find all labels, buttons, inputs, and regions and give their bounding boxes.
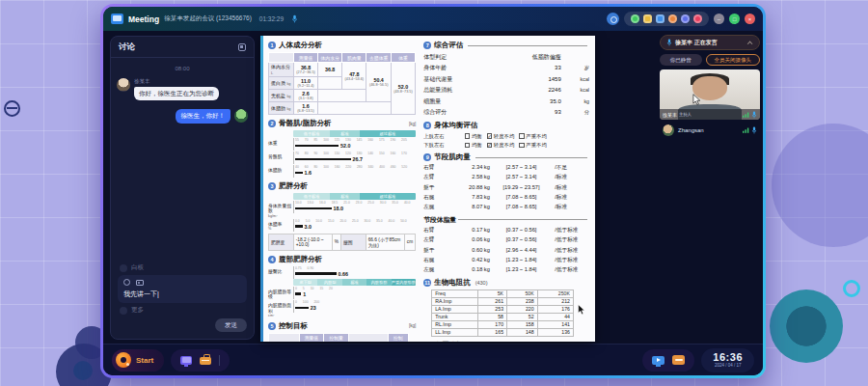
chat-input[interactable]: 我先讲一下: [118, 275, 247, 303]
chat-time-divider: 08:00: [117, 66, 248, 71]
start-button[interactable]: Start: [112, 349, 164, 372]
impedance-row: RL.Imp170158141: [432, 320, 574, 328]
avatar: [663, 124, 674, 136]
connection-status-icon[interactable]: [631, 14, 639, 23]
camera-off-button[interactable]: 全员关闭摄像头: [706, 54, 760, 66]
segment-row: 躯干 0.60 kg [2.96 ~ 4.44] /低于标准: [423, 247, 589, 255]
section-abdominal: 4腹部肥胖分析 腰臀比 0.75 0.90 0.66 皮下型内脏型标准内脏脂肪严…: [268, 255, 416, 317]
mouse-cursor-icon: [692, 93, 701, 110]
video-tile[interactable]: 徐某丰 主持人: [660, 69, 760, 120]
mic-icon[interactable]: [751, 111, 757, 119]
impedance-row: RA.Imp261238212: [432, 297, 574, 305]
image-icon[interactable]: [136, 280, 144, 286]
avatar: [234, 109, 248, 123]
briefcase-app-icon[interactable]: [200, 357, 211, 366]
close-button[interactable]: ×: [745, 14, 755, 24]
chat-popout-icon[interactable]: [238, 43, 246, 51]
section-evaluation: 7综合评估 体型判定 低脂肪偏瘦 身体年: [423, 41, 589, 117]
evaluation-row: 总能量消耗 2246 kcal: [423, 86, 589, 95]
bar-row: 身体质量指数kg/m² 10.0 13.0 16.0 18.5 21.0 23.…: [268, 201, 416, 218]
evaluation-row: 体型判定 低脂肪偏瘦: [423, 53, 589, 62]
toolbar-icon-group: [624, 12, 709, 26]
section-number: 2: [268, 120, 276, 127]
chat-message: 徐某丰 你好，徐医生正在为您诊断: [117, 78, 248, 100]
checkbox: [519, 133, 525, 139]
participants-icon[interactable]: [668, 14, 677, 23]
segment-row: 右腿 0.42 kg [1.23 ~ 1.84] /低于标准: [423, 257, 589, 264]
impedance-row: Trunk585244: [432, 313, 574, 320]
member-icon[interactable]: [681, 14, 690, 23]
sender-name: 徐某丰: [134, 78, 219, 85]
mute-button[interactable]: 你已静音: [660, 54, 702, 66]
record-icon[interactable]: [693, 14, 702, 23]
menu-item-whiteboard[interactable]: 白板: [120, 263, 247, 272]
checkbox: [519, 143, 525, 149]
active-speaker-pill[interactable]: 徐某丰 正在发言: [660, 35, 760, 50]
shared-document: 1人体成分分析 测量值体内水分 肌肉量去脂体重 体重 体内水分 L 36.8(2…: [260, 36, 595, 342]
section-number: 4: [268, 256, 276, 263]
balance-row: 上肢左右 均衡 ✓轻度不均 严重不均: [423, 133, 589, 140]
maximize-button[interactable]: □: [729, 14, 740, 24]
impedance-row: LL.Imp165148136: [432, 328, 574, 336]
chat-panel: 讨论 08:00 徐某丰 你好，徐医生正在为您诊断 徐医生，你好！: [110, 36, 255, 340]
participant-row[interactable]: Zhangsan: [660, 124, 760, 137]
section-number: 9: [423, 153, 431, 161]
taskbar-tray: [642, 349, 694, 372]
segment-row: 右臂 2.34 kg [2.57 ~ 3.14] /不足: [423, 164, 589, 172]
taskbar: Start 16:36 2024 / 04 / 17: [103, 344, 763, 375]
mic-icon[interactable]: [291, 14, 298, 23]
bar-row: 体脂率% 0.0 5.0 10.0 15.0 20.0 25.0 30.0 35…: [268, 219, 416, 232]
segment-row: 躯干 20.88 kg [19.29 ~ 23.57] /标准: [423, 184, 589, 192]
chat-message: 徐医生，你好！: [117, 109, 248, 123]
avatar: [117, 78, 130, 92]
menu-item-more[interactable]: 更多: [120, 306, 247, 315]
taskbar-apps: [171, 349, 230, 372]
evaluation-row: 综合评分 93 分: [423, 108, 589, 117]
section-number: 7: [423, 41, 431, 49]
share-screen-icon[interactable]: [643, 14, 652, 23]
monitor-icon[interactable]: [656, 14, 665, 23]
evaluation-row: 细胞量 35.0 kg: [423, 97, 589, 106]
more-icon: [120, 307, 127, 315]
checkbox-checked: ✓: [487, 143, 493, 149]
minimize-button[interactable]: –: [714, 14, 724, 24]
globe-icon: [4, 100, 20, 117]
mic-icon: [666, 39, 672, 46]
section-blood-pressure: 12血压分析 收缩压 左臂 118 mmHg / 右臂 120 mmHg舒张压 …: [423, 341, 589, 342]
chat-title: 讨论: [119, 41, 135, 53]
segment-row: 左腿 0.18 kg [1.23 ~ 1.84] /低于标准: [423, 266, 589, 274]
meeting-app-taskbar-icon[interactable]: [180, 356, 192, 365]
inbox-icon[interactable]: [672, 355, 685, 365]
deco-gear-teal: [770, 290, 843, 363]
start-logo-icon: [116, 352, 131, 368]
settings-icon[interactable]: [607, 13, 619, 25]
app-title: Meeting: [128, 14, 159, 24]
emoji-icon[interactable]: [123, 279, 130, 286]
meeting-name: 徐某丰发起的会议 (123456676): [164, 14, 252, 23]
section-segmental-muscle: 9节段肌肉量 右臂 2.34 kg [2.57 ~ 3.14] /不足: [423, 152, 589, 274]
clock[interactable]: 16:36 2024 / 04 / 17: [701, 348, 754, 372]
meeting-duration: 01:32:29: [259, 15, 284, 22]
section-number: 1: [268, 41, 276, 49]
bar-row: 腰臀比 0.75 0.90 0.66: [268, 266, 416, 279]
section-segmental-fat: 节段体脂量: [423, 215, 589, 225]
participants-panel: 徐某丰 正在发言 你已静音 全员关闭摄像头 徐某丰 主持人: [660, 35, 760, 137]
message-bubble: 你好，徐医生正在为您诊断: [134, 87, 219, 100]
section-impedance: 11生物电阻抗(430) Freq5K50K250K RA.Imp2612382…: [423, 278, 589, 337]
section-number: 3: [268, 182, 276, 190]
section-obesity: 3肥胖分析 低于标准标准超过标准 身体质量指数kg/m² 10.0 13.0 1…: [268, 181, 416, 251]
divider: [219, 355, 220, 366]
section-body-composition: 1人体成分分析 测量值体内水分 肌肉量去脂体重 体重 体内水分 L 36.8(2…: [268, 41, 416, 115]
checkbox: [465, 133, 471, 139]
section-balance: 8身体均衡评估 上肢左右 均衡 ✓轻度不均 严重不均 下肢左右 均衡 ✓轻度不均…: [423, 121, 589, 149]
send-button[interactable]: 发送: [215, 318, 247, 332]
presenter-cursor-icon: [578, 302, 585, 319]
message-bubble: 徐医生，你好！: [176, 109, 231, 123]
video-player-icon[interactable]: [652, 356, 665, 365]
mic-icon[interactable]: [751, 126, 757, 134]
segment-row: 左腿 8.07 kg [7.08 ~ 8.65] /标准: [423, 204, 589, 211]
titlebar: Meeting 徐某丰发起的会议 (123456676) 01:32:29 – …: [103, 7, 763, 31]
chat-input-text[interactable]: 我先讲一下: [123, 290, 241, 299]
meeting-window: Meeting 徐某丰发起的会议 (123456676) 01:32:29 – …: [100, 4, 766, 378]
bar-row: 体脂肪 40 60 80 100 160 220 280 340 400 460…: [268, 165, 416, 178]
